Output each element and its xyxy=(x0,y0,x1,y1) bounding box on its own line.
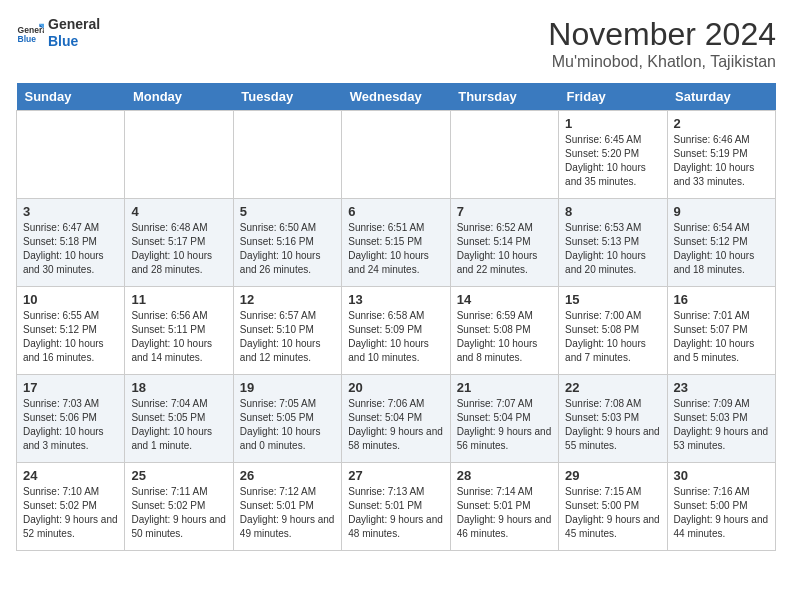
day-content: Sunrise: 7:11 AM Sunset: 5:02 PM Dayligh… xyxy=(131,485,226,541)
day-content: Sunrise: 7:16 AM Sunset: 5:00 PM Dayligh… xyxy=(674,485,769,541)
calendar-cell: 25Sunrise: 7:11 AM Sunset: 5:02 PM Dayli… xyxy=(125,463,233,551)
svg-text:Blue: Blue xyxy=(18,34,37,44)
day-number: 18 xyxy=(131,380,226,395)
calendar-cell: 13Sunrise: 6:58 AM Sunset: 5:09 PM Dayli… xyxy=(342,287,450,375)
calendar-cell: 8Sunrise: 6:53 AM Sunset: 5:13 PM Daylig… xyxy=(559,199,667,287)
calendar-cell xyxy=(450,111,558,199)
col-header-friday: Friday xyxy=(559,83,667,111)
col-header-sunday: Sunday xyxy=(17,83,125,111)
week-row-2: 3Sunrise: 6:47 AM Sunset: 5:18 PM Daylig… xyxy=(17,199,776,287)
day-number: 16 xyxy=(674,292,769,307)
day-number: 11 xyxy=(131,292,226,307)
col-header-monday: Monday xyxy=(125,83,233,111)
page-subtitle: Mu'minobod, Khatlon, Tajikistan xyxy=(548,53,776,71)
day-content: Sunrise: 7:09 AM Sunset: 5:03 PM Dayligh… xyxy=(674,397,769,453)
day-content: Sunrise: 6:52 AM Sunset: 5:14 PM Dayligh… xyxy=(457,221,552,277)
calendar-cell: 19Sunrise: 7:05 AM Sunset: 5:05 PM Dayli… xyxy=(233,375,341,463)
day-content: Sunrise: 6:45 AM Sunset: 5:20 PM Dayligh… xyxy=(565,133,660,189)
day-number: 3 xyxy=(23,204,118,219)
day-content: Sunrise: 7:12 AM Sunset: 5:01 PM Dayligh… xyxy=(240,485,335,541)
day-number: 27 xyxy=(348,468,443,483)
day-content: Sunrise: 6:46 AM Sunset: 5:19 PM Dayligh… xyxy=(674,133,769,189)
day-content: Sunrise: 6:47 AM Sunset: 5:18 PM Dayligh… xyxy=(23,221,118,277)
day-number: 25 xyxy=(131,468,226,483)
day-content: Sunrise: 7:07 AM Sunset: 5:04 PM Dayligh… xyxy=(457,397,552,453)
day-number: 26 xyxy=(240,468,335,483)
calendar-cell: 18Sunrise: 7:04 AM Sunset: 5:05 PM Dayli… xyxy=(125,375,233,463)
logo-line1: General xyxy=(48,16,100,33)
day-number: 6 xyxy=(348,204,443,219)
day-content: Sunrise: 7:04 AM Sunset: 5:05 PM Dayligh… xyxy=(131,397,226,453)
day-content: Sunrise: 6:57 AM Sunset: 5:10 PM Dayligh… xyxy=(240,309,335,365)
calendar-cell: 26Sunrise: 7:12 AM Sunset: 5:01 PM Dayli… xyxy=(233,463,341,551)
calendar-cell: 6Sunrise: 6:51 AM Sunset: 5:15 PM Daylig… xyxy=(342,199,450,287)
calendar-cell: 23Sunrise: 7:09 AM Sunset: 5:03 PM Dayli… xyxy=(667,375,775,463)
day-content: Sunrise: 7:10 AM Sunset: 5:02 PM Dayligh… xyxy=(23,485,118,541)
day-number: 2 xyxy=(674,116,769,131)
week-row-4: 17Sunrise: 7:03 AM Sunset: 5:06 PM Dayli… xyxy=(17,375,776,463)
calendar-cell: 14Sunrise: 6:59 AM Sunset: 5:08 PM Dayli… xyxy=(450,287,558,375)
calendar-cell: 9Sunrise: 6:54 AM Sunset: 5:12 PM Daylig… xyxy=(667,199,775,287)
calendar-cell: 11Sunrise: 6:56 AM Sunset: 5:11 PM Dayli… xyxy=(125,287,233,375)
day-number: 4 xyxy=(131,204,226,219)
calendar-cell: 17Sunrise: 7:03 AM Sunset: 5:06 PM Dayli… xyxy=(17,375,125,463)
calendar-cell xyxy=(233,111,341,199)
day-number: 22 xyxy=(565,380,660,395)
calendar-cell: 12Sunrise: 6:57 AM Sunset: 5:10 PM Dayli… xyxy=(233,287,341,375)
day-number: 1 xyxy=(565,116,660,131)
calendar-cell xyxy=(125,111,233,199)
day-number: 8 xyxy=(565,204,660,219)
calendar-cell: 16Sunrise: 7:01 AM Sunset: 5:07 PM Dayli… xyxy=(667,287,775,375)
calendar-cell: 21Sunrise: 7:07 AM Sunset: 5:04 PM Dayli… xyxy=(450,375,558,463)
calendar-cell xyxy=(342,111,450,199)
day-content: Sunrise: 7:00 AM Sunset: 5:08 PM Dayligh… xyxy=(565,309,660,365)
logo-text: General Blue xyxy=(48,16,100,50)
title-block: November 2024 Mu'minobod, Khatlon, Tajik… xyxy=(548,16,776,71)
day-content: Sunrise: 6:55 AM Sunset: 5:12 PM Dayligh… xyxy=(23,309,118,365)
day-content: Sunrise: 6:50 AM Sunset: 5:16 PM Dayligh… xyxy=(240,221,335,277)
day-content: Sunrise: 6:51 AM Sunset: 5:15 PM Dayligh… xyxy=(348,221,443,277)
day-number: 15 xyxy=(565,292,660,307)
week-row-3: 10Sunrise: 6:55 AM Sunset: 5:12 PM Dayli… xyxy=(17,287,776,375)
day-content: Sunrise: 6:56 AM Sunset: 5:11 PM Dayligh… xyxy=(131,309,226,365)
day-number: 30 xyxy=(674,468,769,483)
calendar-cell: 15Sunrise: 7:00 AM Sunset: 5:08 PM Dayli… xyxy=(559,287,667,375)
day-content: Sunrise: 6:53 AM Sunset: 5:13 PM Dayligh… xyxy=(565,221,660,277)
calendar-cell: 10Sunrise: 6:55 AM Sunset: 5:12 PM Dayli… xyxy=(17,287,125,375)
calendar-cell: 4Sunrise: 6:48 AM Sunset: 5:17 PM Daylig… xyxy=(125,199,233,287)
day-number: 5 xyxy=(240,204,335,219)
calendar-cell: 5Sunrise: 6:50 AM Sunset: 5:16 PM Daylig… xyxy=(233,199,341,287)
calendar-cell: 7Sunrise: 6:52 AM Sunset: 5:14 PM Daylig… xyxy=(450,199,558,287)
logo-line2: Blue xyxy=(48,33,100,50)
day-number: 28 xyxy=(457,468,552,483)
day-content: Sunrise: 7:08 AM Sunset: 5:03 PM Dayligh… xyxy=(565,397,660,453)
week-row-5: 24Sunrise: 7:10 AM Sunset: 5:02 PM Dayli… xyxy=(17,463,776,551)
calendar-cell: 20Sunrise: 7:06 AM Sunset: 5:04 PM Dayli… xyxy=(342,375,450,463)
day-number: 10 xyxy=(23,292,118,307)
col-header-thursday: Thursday xyxy=(450,83,558,111)
day-number: 20 xyxy=(348,380,443,395)
col-header-tuesday: Tuesday xyxy=(233,83,341,111)
calendar-cell: 27Sunrise: 7:13 AM Sunset: 5:01 PM Dayli… xyxy=(342,463,450,551)
logo: General Blue General Blue xyxy=(16,16,100,50)
day-number: 7 xyxy=(457,204,552,219)
day-content: Sunrise: 7:14 AM Sunset: 5:01 PM Dayligh… xyxy=(457,485,552,541)
day-content: Sunrise: 6:48 AM Sunset: 5:17 PM Dayligh… xyxy=(131,221,226,277)
day-content: Sunrise: 7:06 AM Sunset: 5:04 PM Dayligh… xyxy=(348,397,443,453)
day-number: 14 xyxy=(457,292,552,307)
week-row-1: 1Sunrise: 6:45 AM Sunset: 5:20 PM Daylig… xyxy=(17,111,776,199)
day-content: Sunrise: 7:03 AM Sunset: 5:06 PM Dayligh… xyxy=(23,397,118,453)
day-content: Sunrise: 7:15 AM Sunset: 5:00 PM Dayligh… xyxy=(565,485,660,541)
logo-icon: General Blue xyxy=(16,19,44,47)
calendar-table: SundayMondayTuesdayWednesdayThursdayFrid… xyxy=(16,83,776,551)
calendar-cell: 22Sunrise: 7:08 AM Sunset: 5:03 PM Dayli… xyxy=(559,375,667,463)
page-title: November 2024 xyxy=(548,16,776,53)
day-number: 23 xyxy=(674,380,769,395)
calendar-cell: 2Sunrise: 6:46 AM Sunset: 5:19 PM Daylig… xyxy=(667,111,775,199)
calendar-cell: 3Sunrise: 6:47 AM Sunset: 5:18 PM Daylig… xyxy=(17,199,125,287)
day-content: Sunrise: 6:59 AM Sunset: 5:08 PM Dayligh… xyxy=(457,309,552,365)
calendar-cell: 24Sunrise: 7:10 AM Sunset: 5:02 PM Dayli… xyxy=(17,463,125,551)
day-content: Sunrise: 6:58 AM Sunset: 5:09 PM Dayligh… xyxy=(348,309,443,365)
day-number: 24 xyxy=(23,468,118,483)
calendar-cell xyxy=(17,111,125,199)
